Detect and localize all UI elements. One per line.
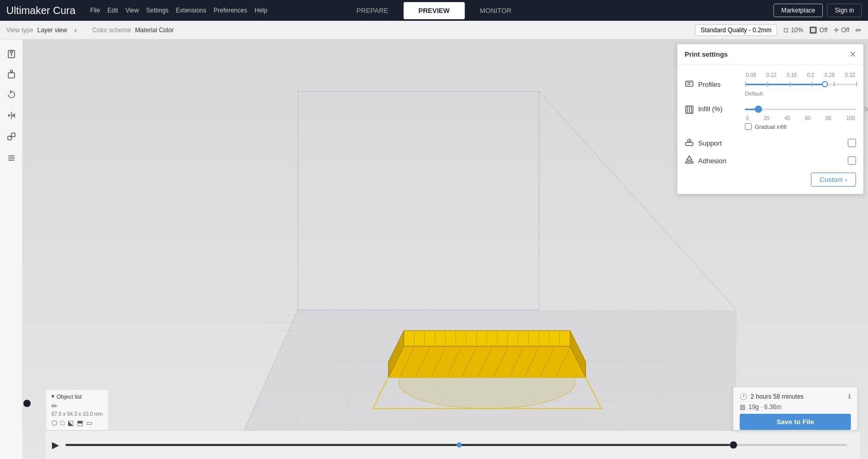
tab-preview[interactable]: PREVIEW (404, 2, 465, 19)
svg-line-78 (541, 347, 555, 376)
panel-title: Print settings (685, 50, 728, 58)
viewport[interactable]: Print settings ✕ Profiles (23, 40, 868, 459)
svg-marker-8 (12, 114, 15, 117)
svg-rect-95 (686, 162, 693, 163)
tool-move[interactable] (2, 44, 21, 62)
object-list-panel: ▾ Object list ✏ 87.6 x 94.3 x 10.0 mm ⬡ … (46, 389, 109, 430)
timeline-track[interactable] (65, 444, 847, 446)
tab-prepare[interactable]: PREPARE (341, 2, 403, 19)
print-time: 🕐 2 hours 58 minutes (740, 393, 804, 400)
svg-line-75 (494, 347, 508, 376)
menu-edit[interactable]: Edit (108, 7, 118, 14)
quality-button[interactable]: Standard Quality - 0.2mm (695, 24, 778, 36)
tab-monitor[interactable]: MONITOR (464, 2, 526, 19)
svg-line-71 (432, 347, 446, 376)
svg-line-36 (290, 310, 331, 445)
obj-icon-4[interactable]: ⬒ (77, 419, 83, 427)
toolbar: View type Layer view ‹ Color scheme Mate… (0, 21, 868, 40)
xray-icon: ⊡ (783, 27, 789, 34)
shadow-icon: 🔲 (809, 27, 817, 34)
svg-point-1 (10, 51, 12, 53)
signin-button[interactable]: Sign in (827, 4, 862, 17)
tool-mirror[interactable] (2, 106, 21, 125)
svg-line-39 (431, 310, 446, 445)
other-value: Off (841, 27, 849, 34)
gradual-infill-checkbox[interactable] (745, 123, 752, 130)
titlebar: Ultimaker Cura File Edit View Settings E… (0, 0, 868, 21)
filament-value: 19g · 6.36m (749, 403, 781, 411)
svg-line-72 (447, 347, 461, 376)
svg-line-43 (581, 310, 705, 445)
close-panel-button[interactable]: ✕ (849, 49, 856, 59)
infill-slider-wrap[interactable]: 50 (745, 104, 856, 114)
view-type-value: Layer view (37, 27, 67, 34)
object-list-header[interactable]: ▾ Object list (51, 393, 103, 400)
profiles-icon (685, 79, 694, 90)
marketplace-button[interactable]: Marketplace (773, 4, 823, 17)
gradual-infill-row: Gradual infill (745, 123, 856, 130)
infill-track (745, 109, 856, 110)
obj-icon-2[interactable]: □ (60, 419, 64, 427)
xray-setting: ⊡ 10% (783, 27, 803, 34)
support-checkbox[interactable] (848, 139, 856, 147)
svg-marker-52 (389, 331, 404, 377)
adhesion-icon (685, 155, 694, 166)
collapse-button[interactable]: ‹ (71, 25, 80, 35)
profiles-section: Profiles 0.08 0.12 0.16 0.2 0.28 0.32 (685, 72, 856, 97)
svg-line-42 (539, 310, 627, 445)
save-panel: 🕐 2 hours 58 minutes ℹ ▥ 19g · 6.36m Sav… (733, 387, 858, 430)
obj-icon-1[interactable]: ⬡ (51, 419, 57, 427)
obj-icon-3[interactable]: ⬕ (68, 419, 74, 427)
infill-icon (685, 105, 694, 116)
menu-view[interactable]: View (125, 7, 139, 14)
svg-marker-51 (404, 331, 570, 346)
clock-icon: 🕐 (740, 393, 747, 400)
obj-icon-5[interactable]: ▭ (86, 419, 92, 427)
infill-label: Infill (%) (698, 105, 745, 113)
menu-file[interactable]: File (90, 7, 100, 14)
object-action-icons: ⬡ □ ⬕ ⬒ ▭ (51, 419, 103, 427)
color-scheme-value: Material Color (135, 27, 174, 34)
edit-object-icon[interactable]: ✏ (51, 402, 103, 410)
custom-btn-row: Custom › (685, 173, 856, 187)
info-icon[interactable]: ℹ (848, 392, 851, 400)
infill-ticks: 0 20 40 60 80 100 (745, 115, 856, 121)
support-section: Support (685, 137, 856, 149)
svg-line-79 (556, 347, 570, 376)
chevron-down-icon: ▾ (51, 393, 55, 400)
panel-body: Profiles 0.08 0.12 0.16 0.2 0.28 0.32 (677, 65, 863, 194)
nav-tabs: PREPARE PREVIEW MONITOR (341, 2, 526, 19)
tool-support-blocker[interactable] (2, 148, 21, 166)
edit-toolbar-button[interactable]: ✏ (856, 26, 862, 34)
scroll-bottom-indicator (23, 400, 31, 407)
svg-marker-50 (389, 346, 586, 377)
menu-bar: File Edit View Settings Extensions Prefe… (90, 7, 267, 14)
chevron-right-icon: › (845, 176, 847, 183)
svg-line-46 (705, 310, 737, 351)
custom-button[interactable]: Custom › (811, 173, 856, 187)
menu-preferences[interactable]: Preferences (213, 7, 247, 14)
svg-line-70 (416, 347, 430, 376)
menu-extensions[interactable]: Extensions (176, 7, 207, 14)
profile-slider-thumb[interactable] (822, 81, 828, 87)
menu-settings[interactable]: Settings (146, 7, 168, 14)
timeline-thumb[interactable] (730, 441, 737, 449)
svg-line-83 (238, 310, 298, 445)
svg-marker-53 (570, 331, 586, 377)
svg-marker-80 (373, 377, 602, 409)
gradual-infill-label: Gradual infill (755, 124, 786, 130)
infill-slider-thumb[interactable] (755, 106, 762, 113)
menu-help[interactable]: Help (255, 7, 268, 14)
play-button[interactable]: ▶ (52, 439, 59, 451)
save-to-file-button[interactable]: Save to File (740, 414, 851, 430)
svg-line-69 (400, 347, 415, 376)
profiles-slider-container: 0.08 0.12 0.16 0.2 0.28 0.32 (745, 72, 856, 97)
tool-per-model[interactable] (2, 127, 21, 146)
profile-slider-track (745, 84, 856, 85)
tool-scale[interactable] (2, 64, 21, 83)
timeline-layer-marker (457, 442, 462, 448)
tool-rotate[interactable] (2, 85, 21, 104)
adhesion-checkbox[interactable] (848, 156, 856, 165)
profile-ticks: 0.08 0.12 0.16 0.2 0.28 0.32 (745, 72, 856, 78)
profile-slider-wrap[interactable] (745, 79, 856, 89)
